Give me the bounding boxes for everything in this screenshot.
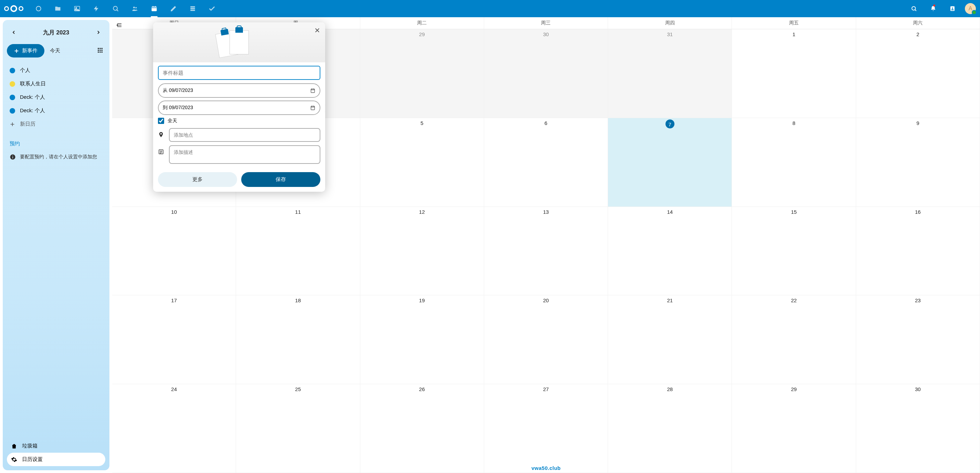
- prev-month-button[interactable]: [8, 27, 19, 38]
- calendar-list: 个人联系人生日Deck: 个人Deck: 个人: [7, 64, 105, 117]
- day-cell[interactable]: 14: [608, 207, 732, 296]
- files-icon[interactable]: [49, 0, 66, 17]
- all-day-checkbox[interactable]: 全天: [158, 118, 320, 124]
- day-cell[interactable]: 19: [360, 295, 484, 384]
- svg-rect-20: [100, 51, 101, 53]
- svg-rect-21: [102, 51, 103, 53]
- day-header: 周二: [360, 17, 484, 29]
- svg-rect-9: [190, 10, 195, 11]
- month-title: 九月 2023: [43, 29, 70, 37]
- svg-point-10: [912, 6, 916, 10]
- save-button[interactable]: 保存: [241, 172, 320, 187]
- new-event-button[interactable]: 新事件: [7, 44, 45, 57]
- day-cell[interactable]: 16: [856, 207, 980, 296]
- calendar-item[interactable]: Deck: 个人: [7, 91, 105, 104]
- day-cell[interactable]: 21: [608, 295, 732, 384]
- day-number: 21: [611, 297, 729, 303]
- next-month-button[interactable]: [93, 27, 104, 38]
- day-number: 24: [115, 385, 233, 392]
- day-cell[interactable]: 7: [608, 118, 732, 207]
- view-toggle-button[interactable]: [95, 45, 105, 57]
- svg-rect-26: [311, 106, 315, 110]
- close-icon[interactable]: [313, 26, 322, 36]
- day-cell[interactable]: 29: [732, 384, 856, 473]
- nextcloud-logo[interactable]: [4, 5, 24, 12]
- description-input[interactable]: [169, 145, 320, 164]
- new-calendar-button[interactable]: 新日历: [7, 117, 105, 131]
- day-cell[interactable]: 28: [608, 384, 732, 473]
- description-icon: [158, 145, 165, 156]
- svg-rect-8: [190, 8, 195, 9]
- day-number: 29: [363, 31, 481, 37]
- day-cell[interactable]: 5: [360, 118, 484, 207]
- svg-rect-23: [13, 157, 13, 159]
- day-header: 周四: [608, 17, 732, 29]
- trash-button[interactable]: 垃圾箱: [7, 439, 105, 453]
- day-cell[interactable]: 6: [484, 118, 608, 207]
- day-number: 6: [487, 119, 605, 126]
- notes-icon[interactable]: [165, 0, 182, 17]
- month-nav: 九月 2023: [7, 24, 105, 41]
- svg-rect-6: [152, 6, 157, 11]
- day-cell[interactable]: 10: [112, 207, 236, 296]
- day-cell[interactable]: 8: [732, 118, 856, 207]
- day-cell[interactable]: 17: [112, 295, 236, 384]
- svg-point-4: [133, 6, 135, 8]
- day-cell[interactable]: 1: [732, 29, 856, 118]
- day-cell[interactable]: 20: [484, 295, 608, 384]
- day-cell[interactable]: 23: [856, 295, 980, 384]
- from-date-input[interactable]: 从 09/07/2023: [158, 83, 320, 98]
- day-number: 1: [735, 31, 853, 37]
- day-cell[interactable]: 24: [112, 384, 236, 473]
- day-header: 周六: [856, 17, 980, 29]
- day-cell[interactable]: 26: [360, 384, 484, 473]
- day-number: 26: [363, 385, 481, 392]
- day-cell[interactable]: 22: [732, 295, 856, 384]
- day-number: 29: [735, 385, 853, 392]
- day-cell[interactable]: 30: [856, 384, 980, 473]
- user-avatar[interactable]: A: [965, 3, 976, 14]
- more-button[interactable]: 更多: [158, 172, 237, 187]
- calendar-item[interactable]: Deck: 个人: [7, 104, 105, 117]
- day-cell[interactable]: 29: [360, 29, 484, 118]
- calendar-nav-icon[interactable]: [146, 0, 162, 17]
- search-icon[interactable]: [907, 2, 921, 16]
- dashboard-icon[interactable]: [30, 0, 47, 17]
- day-number: 27: [487, 385, 605, 392]
- event-title-input[interactable]: [158, 66, 320, 80]
- to-date-input[interactable]: 到 09/07/2023: [158, 100, 320, 115]
- contacts-nav-icon[interactable]: [127, 0, 143, 17]
- day-cell[interactable]: 31: [608, 29, 732, 118]
- day-number: 31: [611, 31, 729, 37]
- contacts-menu-icon[interactable]: [946, 2, 959, 16]
- location-input[interactable]: [169, 128, 320, 142]
- day-cell[interactable]: 25: [236, 384, 360, 473]
- calendar-name: Deck: 个人: [20, 94, 45, 100]
- svg-rect-24: [13, 156, 13, 156]
- calendar-settings-button[interactable]: 日历设置: [7, 453, 105, 466]
- day-number: 12: [363, 208, 481, 215]
- popup-illustration: [153, 22, 325, 62]
- svg-rect-13: [98, 48, 99, 49]
- notifications-icon[interactable]: [926, 2, 940, 16]
- day-cell[interactable]: 18: [236, 295, 360, 384]
- sidebar-collapse-button[interactable]: [114, 20, 124, 30]
- day-cell[interactable]: 13: [484, 207, 608, 296]
- day-cell[interactable]: 11: [236, 207, 360, 296]
- deck-icon[interactable]: [185, 0, 201, 17]
- day-cell[interactable]: 9: [856, 118, 980, 207]
- activity-icon[interactable]: [88, 0, 105, 17]
- photos-icon[interactable]: [69, 0, 85, 17]
- day-cell[interactable]: 15: [732, 207, 856, 296]
- calendar-item[interactable]: 联系人生日: [7, 77, 105, 91]
- day-number: 2: [859, 31, 977, 37]
- day-cell[interactable]: 12: [360, 207, 484, 296]
- day-cell[interactable]: 27: [484, 384, 608, 473]
- tasks-icon[interactable]: [204, 0, 220, 17]
- calendar-item[interactable]: 个人: [7, 64, 105, 77]
- day-cell[interactable]: 2: [856, 29, 980, 118]
- search-nav-icon[interactable]: [107, 0, 124, 17]
- today-button[interactable]: 今天: [49, 45, 62, 57]
- day-cell[interactable]: 30: [484, 29, 608, 118]
- day-number: 20: [487, 297, 605, 303]
